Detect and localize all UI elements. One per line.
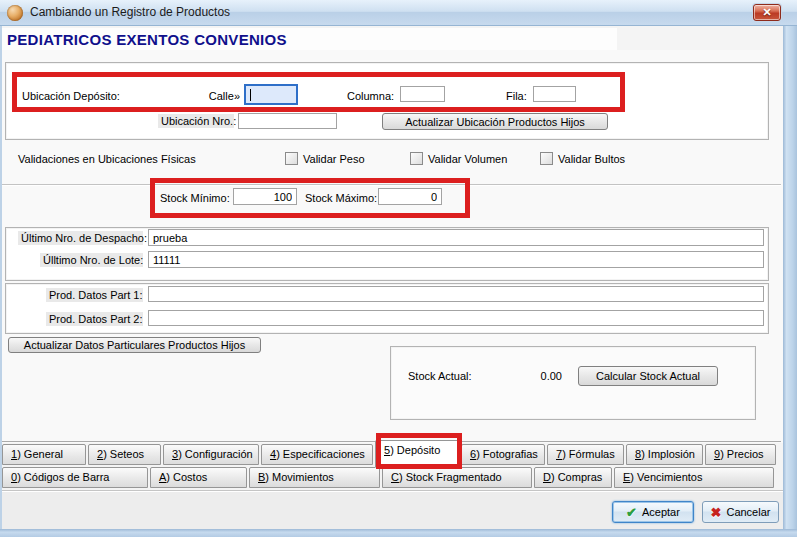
aceptar-button[interactable]: ✔ Aceptar <box>612 501 694 523</box>
ultimo-lote-input[interactable] <box>148 251 764 268</box>
window-title: Cambiando un Registro de Productos <box>30 0 230 25</box>
check-icon: ✔ <box>626 505 637 520</box>
tab-general[interactable]: 1) General <box>2 444 86 465</box>
aceptar-label: Aceptar <box>642 506 680 518</box>
datos-part2-label: Prod. Datos Part 2: <box>46 312 143 326</box>
stock-actual-label: Stock Actual: <box>408 369 472 383</box>
tab-movimientos[interactable]: B) Movimientos <box>249 467 380 488</box>
tab-formulas[interactable]: 7) Fórmulas <box>547 444 624 465</box>
tab-implosion[interactable]: 8) Implosión <box>626 444 703 465</box>
close-button[interactable]: ✕ <box>753 4 781 21</box>
columna-input[interactable] <box>400 86 445 102</box>
cancelar-label: Cancelar <box>726 506 770 518</box>
validar-bultos-checkbox[interactable] <box>540 152 553 165</box>
validar-volumen-label: Validar Volumen <box>428 152 507 166</box>
tab-compras[interactable]: D) Compras <box>534 467 612 488</box>
actualizar-datos-button[interactable]: Actualizar Datos Particulares Productos … <box>8 337 261 353</box>
tab-seteos[interactable]: 2) Seteos <box>88 444 161 465</box>
columna-label: Columna: <box>347 89 394 103</box>
window-border-right <box>783 26 797 537</box>
ultimo-despacho-input[interactable] <box>148 229 764 246</box>
window-border-bottom <box>0 529 797 537</box>
tab-stock-fragmentado[interactable]: C) Stock Fragmentado <box>382 467 532 488</box>
tab-precios[interactable]: 9) Precios <box>705 444 776 465</box>
fila-label: Fila: <box>506 89 527 103</box>
validar-peso-checkbox[interactable] <box>285 152 298 165</box>
validar-bultos-label: Validar Bultos <box>558 152 625 166</box>
validar-peso-label: Validar Peso <box>303 152 365 166</box>
calle-label: Calle» <box>198 89 240 103</box>
fila-input[interactable] <box>533 86 576 102</box>
actualizar-ubicacion-button[interactable]: Actualizar Ubicación Productos Hijos <box>382 113 608 130</box>
stock-minimo-input[interactable] <box>233 188 297 205</box>
separator <box>2 184 781 186</box>
text-caret <box>250 89 251 101</box>
tab-especificaciones[interactable]: 4) Especificaciones <box>261 444 373 465</box>
ubicacion-nro-input[interactable] <box>238 113 337 129</box>
tab-deposito-active[interactable]: 5) Depósito <box>375 440 459 468</box>
ultimo-despacho-label: Último Nro. de Despacho: <box>18 231 143 245</box>
titlebar[interactable]: Cambiando un Registro de Productos ✕ <box>0 0 797 26</box>
record-header: PEDIATRICOS EXENTOS CONVENIOS <box>2 28 617 50</box>
calle-input[interactable] <box>244 84 298 105</box>
tab-fotografias[interactable]: 6) Fotografias <box>461 444 545 465</box>
datos-part1-input[interactable] <box>148 286 764 302</box>
stock-maximo-input[interactable] <box>378 188 442 205</box>
datos-part2-input[interactable] <box>148 310 764 326</box>
validaciones-label: Validaciones en Ubicaciones Físicas <box>18 152 196 166</box>
app-icon <box>7 5 23 21</box>
page-title: PEDIATRICOS EXENTOS CONVENIOS <box>2 28 617 48</box>
cross-icon: ✖ <box>711 505 722 520</box>
calcular-stock-button[interactable]: Calcular Stock Actual <box>578 366 718 386</box>
validar-volumen-checkbox[interactable] <box>410 152 423 165</box>
tab-configuracion[interactable]: 3) Configuración <box>163 444 259 465</box>
stock-actual-value: 0.00 <box>500 369 562 383</box>
tab-costos[interactable]: A) Costos <box>150 467 247 488</box>
tab-codigos-de-barra[interactable]: 0) Códigos de Barra <box>2 467 148 488</box>
tab-vencimientos[interactable]: E) Vencimientos <box>614 467 774 488</box>
stock-minimo-label: Stock Mínimo: <box>160 191 230 205</box>
close-icon: ✕ <box>762 6 771 18</box>
ubicacion-deposito-label: Ubicación Depósito: <box>22 89 120 103</box>
stock-maximo-label: Stock Máximo: <box>305 191 377 205</box>
datos-part1-label: Prod. Datos Part 1: <box>46 288 143 302</box>
ubicacion-nro-label: Ubicación Nro.: <box>158 114 234 128</box>
cancelar-button[interactable]: ✖ Cancelar <box>702 501 779 523</box>
ultimo-lote-label: Úlltimo Nro. de Lote: <box>40 253 143 267</box>
